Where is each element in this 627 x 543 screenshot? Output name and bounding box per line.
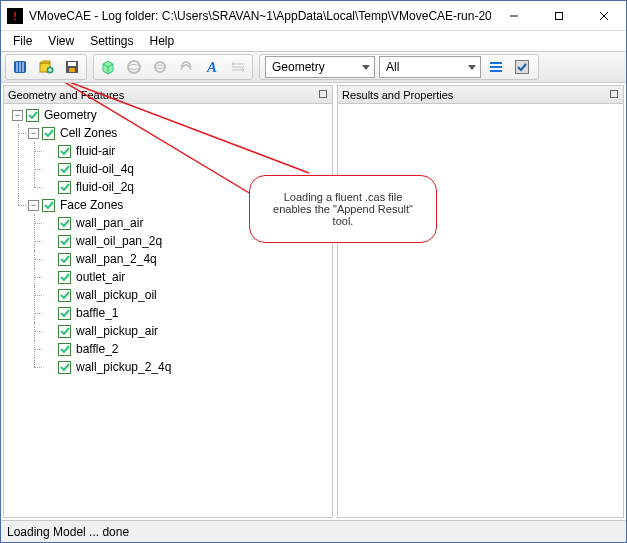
tree-label: fluid-air [74, 144, 117, 158]
left-panel-body[interactable]: − Geometry − Cell Zones [4, 104, 332, 517]
svg-rect-24 [320, 90, 327, 97]
tree-leaf[interactable]: baffle_1 [44, 304, 328, 322]
left-panel: Geometry and Features − Geometry [3, 85, 333, 518]
menu-file[interactable]: File [5, 32, 40, 50]
panel-menu-icon[interactable] [609, 89, 619, 101]
list-toggle-button[interactable] [484, 56, 508, 78]
titlebar: ! VMoveCAE - Log folder: C:\Users\SRAVAN… [1, 1, 626, 31]
tree-leaf[interactable]: wall_pickup_air [44, 322, 328, 340]
check-toggle-button[interactable] [510, 56, 534, 78]
tree-label: baffle_2 [74, 342, 121, 356]
right-panel-body[interactable] [338, 104, 623, 517]
all-dropdown[interactable]: All [379, 56, 481, 78]
tree-leaf[interactable]: fluid-oil_4q [44, 160, 328, 178]
checkbox-icon[interactable] [58, 253, 71, 266]
tree-label: wall_pan_air [74, 216, 145, 230]
left-panel-title: Geometry and Features [8, 89, 318, 101]
checkbox-icon[interactable] [58, 181, 71, 194]
cube-view-button[interactable] [96, 56, 120, 78]
svg-point-16 [155, 62, 165, 72]
right-panel-header: Results and Properties [338, 86, 623, 104]
disabled-tool-4 [226, 56, 250, 78]
svg-text:!: ! [13, 10, 17, 22]
tree-label: Cell Zones [58, 126, 119, 140]
disabled-tool-2 [148, 56, 172, 78]
tree-label: wall_pickup_oil [74, 288, 159, 302]
menubar: File View Settings Help [1, 31, 626, 51]
window-controls [491, 1, 626, 30]
checkbox-icon[interactable] [58, 289, 71, 302]
svg-marker-18 [362, 65, 370, 70]
tree-label: fluid-oil_2q [74, 180, 136, 194]
svg-rect-23 [516, 61, 529, 74]
checkbox-icon[interactable] [58, 325, 71, 338]
tree-leaf[interactable]: fluid-air [44, 142, 328, 160]
menu-view[interactable]: View [40, 32, 82, 50]
menu-help[interactable]: Help [142, 32, 183, 50]
tree-node-face-zones[interactable]: − Face Zones [28, 196, 328, 214]
tree-leaf[interactable]: wall_pickup_oil [44, 286, 328, 304]
checkbox-icon[interactable] [58, 217, 71, 230]
tree-leaf[interactable]: baffle_2 [44, 340, 328, 358]
window-title: VMoveCAE - Log folder: C:\Users\SRAVAN~1… [29, 9, 491, 23]
close-button[interactable] [581, 1, 626, 30]
minimize-button[interactable] [491, 1, 536, 30]
expander-icon[interactable]: − [28, 128, 39, 139]
geometry-dropdown[interactable]: Geometry [265, 56, 375, 78]
toolbar-group-filter: Geometry All [259, 54, 539, 80]
svg-rect-3 [555, 12, 562, 19]
right-panel-title: Results and Properties [342, 89, 609, 101]
expander-icon[interactable]: − [28, 200, 39, 211]
svg-point-15 [128, 65, 140, 70]
tree-node-geometry[interactable]: − Geometry [12, 106, 328, 124]
append-result-button[interactable] [34, 56, 58, 78]
app-window: ! VMoveCAE - Log folder: C:\Users\SRAVAN… [0, 0, 627, 543]
tree-label: wall_pickup_2_4q [74, 360, 173, 374]
svg-rect-12 [69, 68, 75, 72]
checkbox-icon[interactable] [58, 307, 71, 320]
tree-label: baffle_1 [74, 306, 121, 320]
tree-node-cell-zones[interactable]: − Cell Zones [28, 124, 328, 142]
tree-leaf[interactable]: fluid-oil_2q [44, 178, 328, 196]
svg-text:A: A [206, 59, 217, 75]
toolbar-group-view: A [93, 54, 253, 80]
checkbox-icon[interactable] [58, 235, 71, 248]
checkbox-icon[interactable] [58, 163, 71, 176]
checkbox-icon[interactable] [26, 109, 39, 122]
expander-icon[interactable]: − [12, 110, 23, 121]
tree-leaf[interactable]: wall_pan_2_4q [44, 250, 328, 268]
disabled-tool-1 [122, 56, 146, 78]
tree-leaf[interactable]: wall_oil_pan_2q [44, 232, 328, 250]
svg-rect-22 [490, 70, 502, 72]
checkbox-icon[interactable] [42, 199, 55, 212]
tree-label: wall_pickup_air [74, 324, 160, 338]
geometry-tree[interactable]: − Geometry − Cell Zones [8, 106, 328, 376]
chevron-down-icon [362, 60, 370, 74]
tree-label: Face Zones [58, 198, 125, 212]
tree-leaf[interactable]: wall_pickup_2_4q [44, 358, 328, 376]
menu-settings[interactable]: Settings [82, 32, 141, 50]
disabled-tool-3 [174, 56, 198, 78]
svg-rect-25 [611, 90, 618, 97]
svg-marker-8 [40, 61, 50, 63]
checkbox-icon[interactable] [58, 145, 71, 158]
tree-label: wall_oil_pan_2q [74, 234, 164, 248]
app-icon: ! [7, 8, 23, 24]
checkbox-icon[interactable] [42, 127, 55, 140]
checkbox-icon[interactable] [58, 361, 71, 374]
tree-leaf[interactable]: wall_pan_air [44, 214, 328, 232]
statusbar: Loading Model ... done [1, 520, 626, 542]
save-button[interactable] [60, 56, 84, 78]
tree-leaf[interactable]: outlet_air [44, 268, 328, 286]
left-panel-header: Geometry and Features [4, 86, 332, 104]
right-panel: Results and Properties [337, 85, 624, 518]
checkbox-icon[interactable] [58, 343, 71, 356]
panel-menu-icon[interactable] [318, 89, 328, 101]
svg-rect-20 [490, 62, 502, 64]
maximize-button[interactable] [536, 1, 581, 30]
toolbar-group-file [5, 54, 87, 80]
open-file-button[interactable] [8, 56, 32, 78]
text-annotation-button[interactable]: A [200, 56, 224, 78]
checkbox-icon[interactable] [58, 271, 71, 284]
tree-label: wall_pan_2_4q [74, 252, 159, 266]
